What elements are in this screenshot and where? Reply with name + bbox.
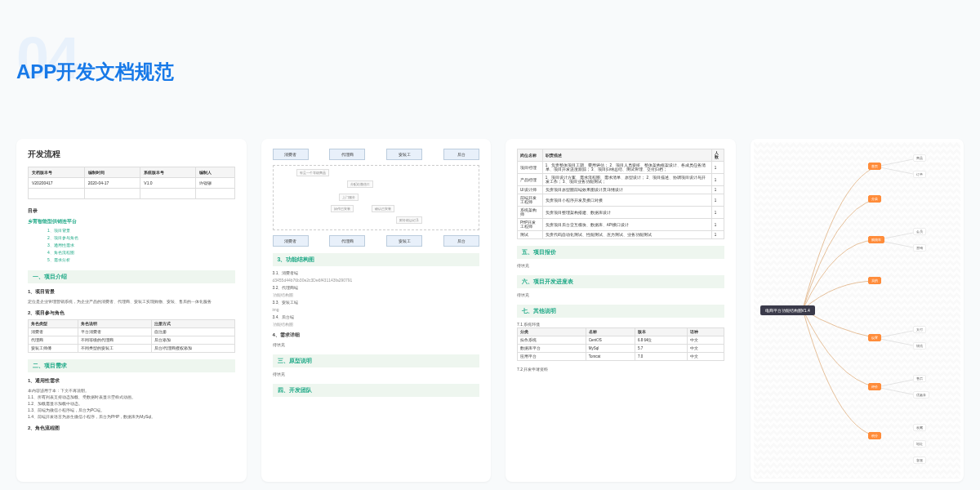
doc-card-4: 电商平台功能结构图V1.4 首页 商品 订单 分类 购物车 会员 营销 我的 设… <box>751 139 964 482</box>
mind-node: 设置 <box>868 334 881 341</box>
env-table: 分类名称版本语种 操作系统CentOS6.8 64位中文 数据库平台MySql5… <box>517 327 724 361</box>
card-row: 开发流程 文档版本号编制时间系统版本号编制人 V202004172020-04-… <box>16 139 964 482</box>
mindmap-root: 电商平台功能结构图V1.4 <box>760 305 815 315</box>
s31: 3.1、消费者端 <box>273 270 480 276</box>
req-item: 1.3、前端为微信小程序端，后台为PC端。 <box>28 407 235 413</box>
page-title: APP开发文档规范 <box>16 59 174 85</box>
version-table: 文档版本号编制时间系统版本号编制人 V202004172020-04-17V1.… <box>28 167 235 199</box>
bg-text: 定位是企业管理营销系统，为企业产品的消费者、代理商、安装工实现购物、安装、售后的… <box>28 298 235 305</box>
flow-bot: 消费者 代理商 安装工 后台 <box>273 235 480 247</box>
toc-item: 3、通用性需求 <box>28 242 235 249</box>
fill: 待填充 <box>273 371 480 377</box>
fill: 待填充 <box>517 262 724 269</box>
toc-item: 5、需求分析 <box>28 256 235 264</box>
doc-card-1: 开发流程 文档版本号编制时间系统版本号编制人 V202004172020-04-… <box>16 139 247 482</box>
flow-box: 安装工 <box>386 149 422 160</box>
flow-box: 代理商 <box>329 149 365 160</box>
section-6: 六、项目开发进度表 <box>517 275 724 288</box>
mind-node: 积分 <box>868 432 881 439</box>
section-5: 五、项目报价 <box>517 246 724 259</box>
toc-item: 4、角色流程图 <box>28 249 235 256</box>
doc-card-2: 消费者 代理商 安装工 后台 有且一个等级商品 分配给微信工 上门服务 操作已安… <box>261 139 492 482</box>
mind-node: 优惠券 <box>913 391 929 399</box>
mind-node: 购物车 <box>868 236 884 243</box>
mind-node: 分类 <box>868 195 881 203</box>
flow-box: 安装工 <box>386 235 422 247</box>
flow-box: 消费者 <box>273 149 309 160</box>
section-7: 七、其他说明 <box>517 305 724 318</box>
img-placeholder: img <box>273 307 480 312</box>
section-5: 三、原型说明 <box>273 354 480 368</box>
mind-node: 评价 <box>868 383 881 390</box>
img-placeholder: d3455d44b76b30e2c3De6f431143fa290791 <box>273 278 480 283</box>
flow-diagram: 有且一个等级商品 分配给微信工 上门服务 操作已安装 确认已安装 财务统运记录 <box>273 165 480 230</box>
toc-item: 2、项目参与角色 <box>28 234 235 242</box>
img-placeholder: 功能结构图 <box>273 322 480 327</box>
doc1-heading: 开发流程 <box>28 149 235 160</box>
mind-node: 首页 <box>868 163 881 170</box>
flow-box: 消费者 <box>273 235 309 247</box>
section-3: 3、功能结构图 <box>273 253 480 266</box>
mind-node: 营销 <box>913 244 926 252</box>
s32: 3.2、代理商端 <box>273 284 480 291</box>
mind-node: 我的 <box>868 277 881 284</box>
flow-box: 后台 <box>443 149 479 160</box>
sub-4: 2、角色流程图 <box>28 425 235 432</box>
mind-node: 会员 <box>913 228 926 235</box>
mind-node: 售后 <box>913 375 926 382</box>
section-6: 四、开发团队 <box>273 384 480 397</box>
doc-card-3: 岗位名称职责描述人数 项目经理1、负责整体项目工期、费用评估； 2、项目人员安排… <box>506 139 736 482</box>
sub-1: 1、项目背景 <box>28 288 235 296</box>
sub-3: 1、通用性需求 <box>28 377 235 385</box>
role-table: 角色类型角色说明注册方式 消费者平台消费者自注册 代理商不同等级的代理商后台添加… <box>28 319 235 353</box>
toc-item: 1、项目背景 <box>28 227 235 234</box>
flow-box: 后台 <box>443 235 479 247</box>
toc-main: 乡育智能型供销连平台 <box>28 218 235 225</box>
s34: 3.4、后台端 <box>273 314 480 320</box>
mind-node: 支付 <box>913 326 926 333</box>
section-4: 4、需求详细 <box>273 332 480 339</box>
fill: 待填充 <box>273 341 480 348</box>
section-2: 二、项目需求 <box>28 359 235 372</box>
mind-node: 商品 <box>913 154 926 162</box>
mind-node: 客服 <box>913 457 926 464</box>
mind-node: 订单 <box>913 171 926 178</box>
req-text: 本内容适用于本：下文不再说明。 <box>28 387 235 394</box>
mind-node: 地址 <box>913 440 926 448</box>
s72: 7.2 开发申请资料 <box>517 366 724 372</box>
s71: 7.1 系统环境 <box>517 321 724 327</box>
req-item: 1.1、所有列表支持动态加载、受数据时表显示空样式动画。 <box>28 394 235 400</box>
sub-2: 2、项目参与角色 <box>28 310 235 317</box>
req-item: 1.2、加载需显示加载中动态。 <box>28 400 235 407</box>
img-placeholder: 功能结构图 <box>273 292 480 297</box>
team-table: 岗位名称职责描述人数 项目经理1、负责整体项目工期、费用评估； 2、项目人员安排… <box>517 149 724 239</box>
fill: 待填充 <box>517 292 724 298</box>
req-item: 1.4、前端开发语言为原生微信小程序，后台为PHP，数据库为MySql。 <box>28 413 235 420</box>
flow-box: 代理商 <box>329 235 365 247</box>
s33: 3.3、安装工端 <box>273 299 480 305</box>
mind-node: 收藏 <box>913 424 926 431</box>
section-1: 一、项目介绍 <box>28 270 235 283</box>
mindmap: 电商平台功能结构图V1.4 首页 商品 订单 分类 购物车 会员 营销 我的 设… <box>754 142 961 479</box>
mind-node: 物流 <box>913 342 926 350</box>
toc-title: 目录 <box>28 207 235 215</box>
flow-top: 消费者 代理商 安装工 后台 <box>273 149 480 160</box>
